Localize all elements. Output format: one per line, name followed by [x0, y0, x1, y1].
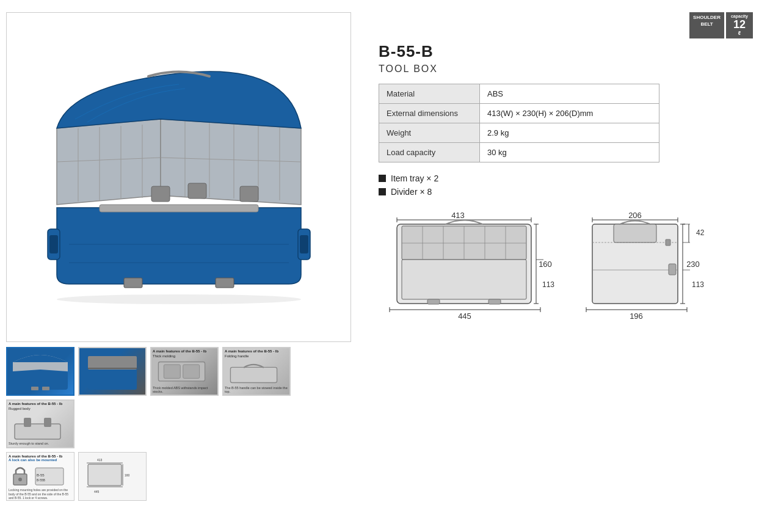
svg-rect-3 [49, 235, 58, 253]
thumbnail-4[interactable]: A main features of the B-55 - lb Folding… [222, 347, 291, 396]
left-column: A main features of the B-55 - lb Thick m… [6, 12, 360, 501]
capacity-number: 12 [731, 19, 748, 30]
svg-rect-26 [42, 387, 49, 390]
thumbnail-7[interactable]: 413 160 445 [78, 452, 147, 501]
svg-rect-83 [666, 239, 670, 246]
svg-rect-7 [124, 278, 142, 288]
spec-row-material: Material ABS [379, 84, 659, 104]
page-wrapper: A main features of the B-55 - lb Thick m… [0, 0, 759, 507]
spec-row-dimensions: External dimensions 413(W) × 230(H) × 20… [379, 104, 659, 123]
svg-rect-21 [151, 186, 170, 202]
spec-value-dimensions: 413(W) × 230(H) × 206(D)mm [480, 104, 659, 123]
svg-text:42: 42 [696, 228, 705, 237]
feature-text-1: Item tray × 2 [391, 173, 438, 183]
svg-text:113: 113 [542, 280, 554, 289]
svg-rect-9 [100, 205, 258, 212]
thumb-4-label: Folding handle [225, 354, 249, 358]
spec-row-load: Load capacity 30 kg [379, 143, 659, 162]
svg-text:230: 230 [686, 260, 700, 269]
svg-rect-36 [44, 418, 51, 427]
svg-text:196: 196 [630, 312, 643, 321]
badges-area: SHOULDER BELT capacity 12 ℓ [379, 12, 753, 38]
feature-bullet-2 [379, 188, 386, 195]
spec-value-material: ABS [480, 84, 659, 104]
product-name: TOOL BOX [379, 64, 753, 75]
svg-rect-28 [88, 356, 137, 370]
svg-text:B-55: B-55 [37, 473, 45, 477]
thumb-4-desc: The B-55 handle can be stowed inside the… [225, 386, 288, 393]
svg-rect-32 [183, 365, 200, 378]
svg-rect-24 [13, 371, 68, 390]
svg-text:160: 160 [125, 473, 130, 477]
spec-label-load: Load capacity [379, 143, 480, 162]
feature-bullet-1 [379, 175, 386, 182]
svg-text:413: 413 [97, 458, 103, 462]
front-view-diagram: 413 [379, 209, 568, 357]
svg-rect-33 [230, 367, 277, 382]
svg-text:B-55B: B-55B [37, 478, 46, 482]
thumb-6-desc: Locking mounting holes are provided on t… [9, 488, 72, 500]
spec-label-dimensions: External dimensions [379, 104, 480, 123]
thumbnail-2[interactable] [78, 347, 147, 396]
spec-table: Material ABS External dimensions 413(W) … [379, 84, 659, 162]
svg-rect-8 [216, 278, 234, 288]
thumb-5-caption: A main features of the B-55 - lb [9, 402, 62, 406]
spec-value-weight: 2.9 kg [480, 123, 659, 143]
product-code: B-55-B [379, 42, 753, 61]
feature-item-1: Item tray × 2 [379, 173, 753, 183]
thumbnail-row-2: A main features of the B-55 - lb A lock … [6, 452, 360, 501]
spec-value-load: 30 kg [480, 143, 659, 162]
svg-text:445: 445 [94, 490, 100, 494]
svg-text:160: 160 [539, 260, 552, 269]
side-diagram-svg: 206 [580, 209, 714, 355]
main-product-image[interactable] [6, 12, 351, 342]
svg-rect-61 [402, 260, 526, 299]
feature-item-2: Divider × 8 [379, 187, 753, 197]
thumbnail-3[interactable]: A main features of the B-55 - lb Thick m… [150, 347, 219, 396]
thumb-3-desc: Thick molded ABS withstands impact stock… [153, 386, 216, 393]
svg-text:206: 206 [628, 211, 642, 220]
spec-label-material: Material [379, 84, 480, 104]
svg-rect-25 [31, 387, 38, 390]
capacity-badge: capacity 12 ℓ [726, 12, 753, 38]
svg-rect-62 [427, 299, 440, 304]
svg-rect-31 [164, 365, 180, 378]
svg-point-0 [57, 294, 301, 304]
toolbox-illustration [38, 49, 319, 305]
right-column: SHOULDER BELT capacity 12 ℓ B-55-B TOOL … [366, 12, 753, 501]
front-diagram-svg: 413 [379, 209, 568, 355]
svg-rect-34 [15, 424, 60, 439]
capacity-unit: ℓ [731, 30, 748, 37]
feature-text-2: Divider × 8 [391, 187, 432, 197]
diagram-area: 413 [379, 209, 753, 357]
thumb-4-caption: A main features of the B-55 - lb [225, 349, 278, 353]
svg-text:413: 413 [451, 211, 465, 220]
svg-rect-63 [488, 299, 501, 304]
thumbnail-row-1: A main features of the B-55 - lb Thick m… [6, 347, 360, 448]
features-list: Item tray × 2 Divider × 8 [379, 173, 753, 197]
thumb-5-desc: Sturdy enough to stand on. [9, 442, 49, 445]
svg-rect-42 [88, 464, 122, 486]
thumb-6-label: A lock can also be mounted [9, 458, 57, 462]
thumb-3-label: Thick molding [153, 354, 175, 358]
spec-label-weight: Weight [379, 123, 480, 143]
shoulder-belt-badge: SHOULDER BELT [689, 12, 724, 38]
thumb-5-label: Rugged body [9, 407, 31, 410]
svg-rect-23 [240, 186, 258, 202]
svg-text:445: 445 [458, 312, 471, 321]
svg-rect-22 [188, 183, 206, 199]
thumbnail-5[interactable]: A main features of the B-55 - lb Rugged … [6, 399, 74, 448]
thumb-3-caption: A main features of the B-55 - lb [153, 349, 206, 353]
product-title-area: B-55-B TOOL BOX [379, 42, 753, 75]
svg-text:113: 113 [692, 280, 704, 289]
spec-row-weight: Weight 2.9 kg [379, 123, 659, 143]
thumbnail-6[interactable]: A main features of the B-55 - lb A lock … [6, 452, 74, 501]
svg-rect-27 [88, 368, 137, 390]
thumbnail-1[interactable] [6, 347, 74, 396]
svg-rect-35 [24, 418, 31, 427]
svg-rect-79 [614, 224, 656, 242]
svg-rect-4 [300, 235, 308, 253]
side-view-diagram: 206 [580, 209, 714, 357]
svg-point-38 [18, 478, 22, 481]
svg-rect-82 [669, 264, 676, 275]
